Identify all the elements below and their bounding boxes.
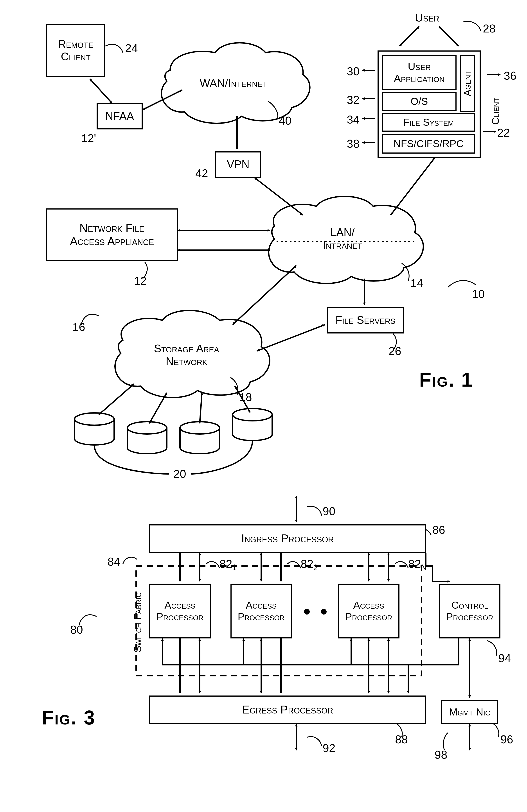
access-box-1: Access Processor <box>149 584 211 638</box>
ref-12p: 12' <box>81 132 96 145</box>
ref-88: 88 <box>395 733 408 746</box>
ref-92: 92 <box>323 742 336 755</box>
san-label: Storage Area Network <box>154 342 219 368</box>
ref-36: 36 <box>504 69 516 82</box>
access-box-n: Access Processor <box>338 584 399 638</box>
agent-text: Agent <box>462 71 473 96</box>
file-servers-box: File Servers <box>327 307 404 333</box>
ref-28: 28 <box>483 22 496 35</box>
ref-34: 34 <box>347 113 359 126</box>
ref-96: 96 <box>500 733 513 746</box>
svg-point-1 <box>127 422 167 434</box>
fs-box: File System <box>382 113 475 132</box>
wan-label: WAN/Internet <box>200 77 266 89</box>
user-app-box: User Application <box>382 55 457 90</box>
ref-22: 22 <box>497 126 510 139</box>
ref-822: 822 <box>301 557 318 572</box>
lan-label: LAN/ Intranet <box>310 226 375 251</box>
svg-point-2 <box>180 422 219 434</box>
mgmt-box: Mgmt Nic <box>441 700 498 724</box>
vpn-box: VPN <box>215 151 261 178</box>
svg-point-3 <box>233 408 272 421</box>
ref-20: 20 <box>173 467 186 480</box>
ref-24: 24 <box>125 42 138 55</box>
egress-box: Egress Processor <box>149 696 426 724</box>
ref-86: 86 <box>432 523 445 536</box>
access-box-2: Access Processor <box>230 584 292 638</box>
ref-90: 90 <box>323 505 336 518</box>
ref-18: 18 <box>239 391 252 404</box>
ref-30: 30 <box>347 65 359 78</box>
client-label: Client <box>489 98 501 125</box>
ref-42: 42 <box>195 167 208 180</box>
nfs-box: NFS/CIFS/RPC <box>382 134 475 154</box>
ref-40: 40 <box>279 114 291 127</box>
agent-box: Agent <box>460 55 475 112</box>
os-box: O/S <box>382 92 457 111</box>
ref-26: 26 <box>388 345 401 358</box>
ref-84: 84 <box>108 555 120 568</box>
control-box: Control Processor <box>439 584 500 638</box>
ref-16: 16 <box>72 320 85 333</box>
ref-98: 98 <box>435 748 447 761</box>
svg-point-0 <box>75 413 114 425</box>
ref-82n: 82N <box>408 557 427 572</box>
ref-94: 94 <box>498 652 511 665</box>
nfaa-box: NFAA <box>97 103 143 129</box>
remote-client-box: Remote Client <box>46 24 105 77</box>
ingress-box: Ingress Processor <box>149 524 426 553</box>
nfa-appliance-box: Network File Access Appliance <box>46 208 178 261</box>
ref-32: 32 <box>347 93 359 106</box>
ref-10: 10 <box>472 287 485 301</box>
ref-38: 38 <box>347 137 359 150</box>
user-label: User <box>415 11 439 24</box>
ref-12: 12 <box>134 274 147 287</box>
fig3-title: Fig. 3 <box>42 707 96 729</box>
ref-80: 80 <box>70 623 83 636</box>
switch-fabric-label: Switch Fabric <box>132 592 144 652</box>
ref-821: 821 <box>219 557 237 572</box>
fig1-title: Fig. 1 <box>419 368 473 391</box>
ref-14: 14 <box>411 276 423 290</box>
